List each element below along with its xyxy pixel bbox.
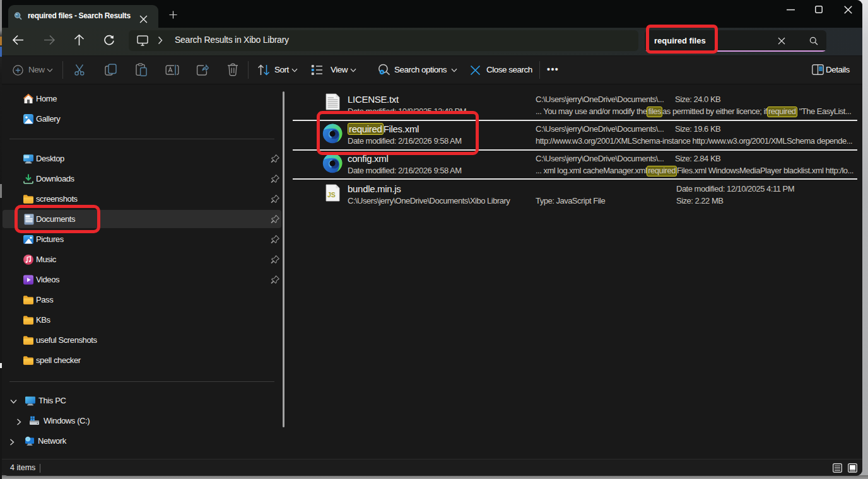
svg-text:JS: JS xyxy=(327,191,336,199)
